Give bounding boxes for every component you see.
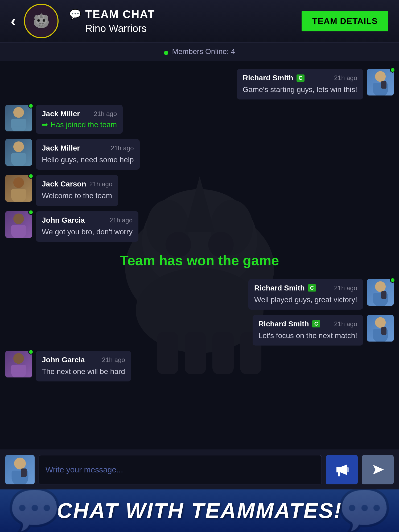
header-center: 💬 TEAM CHAT Rino Warriors (69, 8, 302, 34)
app-header: ‹ 💬 TEAM CHAT (0, 0, 399, 43)
members-online-text: Members Online: 4 (172, 47, 235, 56)
team-logo (24, 4, 59, 38)
avatar-wrap (5, 211, 32, 238)
svg-rect-54 (21, 468, 27, 477)
bubble-header: Richard Smith C 21h ago (243, 74, 357, 82)
message-text: Let's focus on the next match! (258, 330, 357, 341)
members-online-bar: Members Online: 4 (0, 43, 399, 61)
captain-badge: C (297, 74, 305, 82)
svg-point-48 (13, 353, 24, 364)
avatar (5, 105, 32, 131)
avatar (5, 211, 32, 238)
message-row: Richard Smith C 21h ago Let's focus on t… (5, 315, 394, 346)
message-bubble: John Garcia 21h ago We got you bro, don'… (36, 211, 138, 242)
message-text: Game's starting guys, lets win this! (243, 84, 357, 95)
svg-rect-27 (381, 81, 386, 89)
message-row: John Garcia 21h ago We got you bro, don'… (5, 211, 394, 242)
avatar (5, 175, 32, 202)
online-dot-indicator (164, 51, 168, 55)
bubble-header: John Garcia 21h ago (42, 216, 133, 225)
svg-point-37 (13, 213, 24, 224)
svg-point-24 (375, 71, 386, 82)
online-indicator (28, 210, 34, 215)
message-row: John Garcia 21h ago The next one will be… (5, 351, 394, 381)
message-row: Richard Smith C 21h ago Game's starting … (5, 69, 394, 99)
avatar (367, 69, 394, 95)
svg-point-9 (43, 20, 44, 21)
svg-marker-55 (336, 467, 340, 472)
avatar-wrap (367, 69, 394, 95)
svg-rect-43 (381, 291, 386, 299)
online-indicator (390, 277, 395, 283)
message-row: Richard Smith C 21h ago Well played guys… (5, 279, 394, 310)
captain-badge: C (312, 320, 320, 327)
sender-name: Jack Carson (42, 180, 86, 188)
online-indicator (28, 349, 34, 355)
message-bubble: Jack Carson 21h ago Welcome to the team (36, 175, 118, 206)
sender-name: John Garcia (42, 356, 85, 364)
join-text: Has joined the team (51, 120, 117, 129)
message-input[interactable] (39, 455, 322, 484)
bottom-banner: 💬 CHAT WITH TEAMMATES! 💬 (0, 489, 399, 532)
timestamp: 21h ago (109, 217, 133, 224)
captain-badge: C (308, 284, 316, 292)
bubble-header: John Garcia 21h ago (42, 356, 125, 364)
team-details-button[interactable]: TEAM DETAILS (302, 11, 388, 31)
message-text: Well played guys, great victory! (254, 294, 357, 305)
avatar (367, 279, 394, 306)
online-indicator (390, 67, 395, 73)
message-bubble: Richard Smith C 21h ago Well played guys… (248, 279, 363, 310)
timestamp: 21h ago (111, 144, 134, 152)
sender-name: Jack Miller (42, 144, 80, 152)
message-bubble: Jack Miller 21h ago Hello guys, need som… (36, 139, 140, 170)
avatar-wrap (5, 351, 32, 377)
svg-rect-39 (11, 225, 26, 233)
online-indicator (28, 173, 34, 179)
join-icon: ➡ (42, 120, 48, 129)
sender-name: Richard Smith (258, 320, 309, 328)
svg-point-34 (13, 177, 24, 188)
banner-text: CHAT WITH TEAMMATES! (57, 498, 342, 523)
avatar-wrap (367, 279, 394, 306)
avatar-wrap (5, 139, 32, 166)
svg-rect-33 (11, 153, 26, 161)
message-text: Welcome to the team (42, 190, 112, 201)
message-row: Jack Miller 21h ago ➡ Has joined the tea… (5, 105, 394, 134)
team-name: Rino Warriors (69, 23, 302, 34)
bubble-header: Jack Carson 21h ago (42, 180, 112, 188)
svg-point-28 (13, 107, 24, 118)
message-bubble: Richard Smith C 21h ago Game's starting … (237, 69, 363, 99)
timestamp: 21h ago (89, 180, 113, 188)
team-win-announcement: Team has won the game (5, 247, 394, 274)
svg-rect-50 (11, 365, 26, 373)
timestamp: 21h ago (102, 356, 125, 364)
avatar (5, 351, 32, 377)
message-text: Hello guys, need some help (42, 155, 134, 165)
banner-icon-left: 💬 (8, 489, 61, 532)
svg-rect-30 (11, 119, 26, 127)
svg-point-7 (38, 20, 39, 21)
svg-point-11 (42, 23, 44, 24)
bubble-header: Jack Miller 21h ago (42, 110, 117, 118)
bubble-header: Jack Miller 21h ago (42, 144, 134, 152)
chat-icon: 💬 (69, 9, 81, 20)
svg-rect-47 (381, 327, 386, 335)
timestamp: 21h ago (94, 110, 117, 118)
avatar-wrap (367, 315, 394, 342)
timestamp: 21h ago (334, 284, 357, 292)
message-text: The next one will be hard (42, 366, 125, 377)
back-button[interactable]: ‹ (11, 13, 16, 29)
message-bubble: John Garcia 21h ago The next one will be… (36, 351, 131, 381)
svg-marker-60 (373, 465, 384, 475)
svg-point-10 (39, 23, 41, 24)
send-button[interactable] (362, 455, 394, 484)
avatar-wrap (5, 175, 32, 202)
input-area (0, 450, 399, 489)
svg-point-57 (347, 467, 349, 472)
banner-icon-right: 💬 (338, 489, 391, 532)
bubble-header: Richard Smith C 21h ago (254, 284, 357, 292)
svg-marker-56 (340, 464, 347, 475)
announce-button[interactable] (326, 455, 358, 484)
bubble-header: Richard Smith C 21h ago (258, 320, 357, 328)
message-bubble: Richard Smith C 21h ago Let's focus on t… (253, 315, 363, 346)
